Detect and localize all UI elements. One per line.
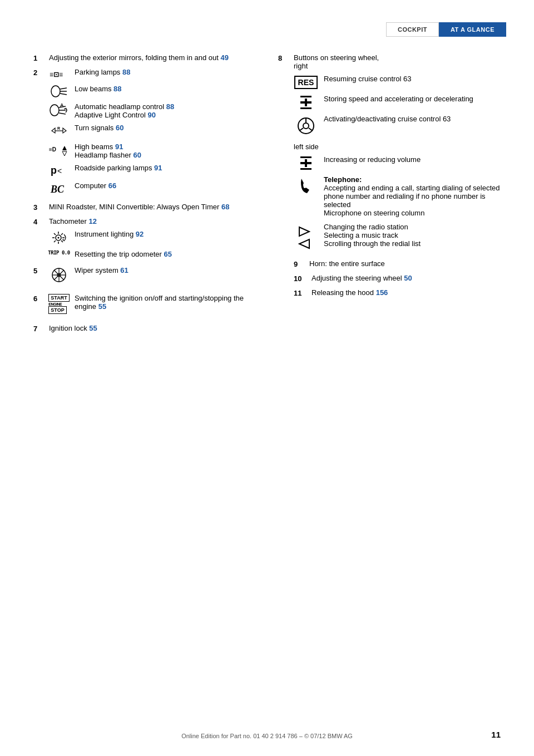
svg-point-44: [303, 123, 309, 129]
item-plusminus: Storing speed and accelerating or decele…: [294, 95, 501, 109]
item-1: 1 Adjusting the exterior mirrors, foldin…: [33, 53, 256, 62]
item-lowbeam: Low beams 88: [49, 85, 256, 98]
item-11: 11 Releasing the hood 156: [294, 288, 501, 297]
autoheadlamp-icon: A: [49, 102, 69, 118]
page-number: 11: [491, 730, 501, 739]
lowbeam-icon: [49, 85, 69, 98]
header-tabs: COCKPIT AT A GLANCE: [33, 22, 506, 37]
svg-line-29: [61, 233, 63, 235]
svg-point-5: [50, 105, 59, 116]
item-5-content: Wiper system 61: [49, 266, 256, 288]
item-11-content: Releasing the hood 156: [312, 288, 501, 297]
item-number-10: 10: [294, 274, 305, 283]
item-8: 8 Buttons on steering wheel,right RES Re…: [278, 53, 501, 303]
item-wiper: Wiper system 61: [49, 266, 256, 284]
item-4: 4 Tachometer 12: [33, 217, 256, 263]
item-number-11: 11: [294, 289, 305, 297]
cruise-icon: [294, 115, 318, 136]
svg-text:≡⊡≡: ≡⊡≡: [50, 71, 63, 78]
page-container: COCKPIT AT A GLANCE 1 Adjusting the exte…: [0, 0, 534, 756]
item-number-1: 1: [33, 54, 44, 62]
svg-marker-52: [299, 227, 309, 236]
svg-text:A: A: [60, 102, 64, 108]
cruise-label: Activating/deactivating cruise control 6…: [324, 115, 501, 123]
svg-rect-50: [300, 162, 312, 164]
startstop-icon: START ENGINE STOP: [49, 294, 69, 314]
svg-marker-11: [52, 128, 55, 133]
item-7: 7 Ignition lock 55: [33, 324, 256, 333]
tab-cockpit[interactable]: COCKPIT: [386, 22, 439, 37]
item-trip: TRIP 0.0 Resetting the trip odometer 65: [49, 250, 256, 258]
item-radio: Changing the radio station Selecting a m…: [294, 223, 501, 251]
item-volume: Increasing or reducing volume: [294, 155, 501, 170]
svg-rect-42: [300, 107, 312, 109]
item-number-8: 8: [278, 54, 289, 62]
svg-text:R: R: [57, 126, 60, 130]
startstop-label: Switching the ignition on/off and starti…: [75, 294, 256, 311]
svg-text:≡D: ≡D: [49, 146, 56, 153]
telephone-label: Telephone: Accepting and ending a call, …: [324, 175, 501, 217]
svg-marker-13: [63, 128, 66, 133]
item-2-content: ≡⊡≡ Parking lamps 88: [49, 68, 256, 200]
svg-line-27: [54, 233, 56, 235]
svg-text:<: <: [57, 166, 62, 175]
wiper-label: Wiper system 61: [75, 266, 128, 274]
highbeam-icon: ≡D: [49, 143, 69, 159]
item-3: 3 MINI Roadster, MINI Convertible: Alway…: [33, 203, 256, 212]
item-2: 2 ≡⊡≡ Parking lamps 88: [33, 68, 256, 200]
item-number-6: 6: [33, 294, 44, 303]
item-number-5: 5: [33, 267, 44, 275]
volume-label: Increasing or reducing volume: [324, 155, 501, 164]
footer: Online Edition for Part no. 01 40 2 914 …: [0, 733, 534, 739]
parking-icon-svg: ≡⊡≡: [49, 68, 68, 80]
content: 1 Adjusting the exterior mirrors, foldin…: [33, 53, 501, 338]
right-column: 8 Buttons on steering wheel,right RES Re…: [278, 53, 501, 338]
computer-label: Computer 66: [75, 181, 116, 190]
item-3-content: MINI Roadster, MINI Convertible: Always …: [49, 203, 256, 211]
item-cruise: Activating/deactivating cruise control 6…: [294, 115, 501, 136]
roadside-label: Roadside parking lamps 91: [75, 164, 162, 172]
item-5: 5: [33, 266, 256, 288]
svg-text:BC: BC: [50, 184, 65, 195]
svg-marker-53: [299, 239, 309, 248]
wiper-icon: [49, 266, 69, 284]
item-9: 9 Horn: the entire surface: [294, 259, 501, 268]
svg-marker-10: [64, 108, 66, 110]
item-res: RES Resuming cruise control 63: [294, 75, 501, 89]
left-side-label: left side: [294, 143, 501, 151]
item-8-content: Buttons on steering wheel,right RES Resu…: [294, 53, 501, 303]
lowbeam-label: Low beams 88: [75, 85, 122, 93]
svg-rect-39: [300, 96, 312, 97]
parking-lamps-icon: ≡⊡≡: [49, 68, 69, 80]
svg-rect-48: [300, 156, 312, 158]
item-computer: BC Computer 66: [49, 181, 256, 196]
item-instrument: Instrument lighting 92: [49, 230, 256, 246]
item-telephone: Telephone: Accepting and ending a call, …: [294, 175, 501, 217]
res-icon: RES: [294, 75, 318, 89]
svg-rect-41: [300, 101, 312, 104]
item-9-content: Horn: the entire surface: [309, 259, 501, 268]
svg-line-8: [59, 113, 66, 114]
volume-icon: [294, 155, 318, 170]
autoheadlamp-label: Automatic headlamp control 88 Adaptive L…: [75, 102, 174, 119]
item-roadside: p < Roadside parking lamps 91: [49, 164, 256, 177]
svg-line-30: [54, 240, 56, 242]
item-7-content: Ignition lock 55: [49, 324, 256, 332]
item-number-3: 3: [33, 203, 44, 212]
radio-label: Changing the radio station Selecting a m…: [324, 223, 501, 248]
item-10: 10 Adjusting the steering wheel 50: [294, 274, 501, 283]
item-6-content: START ENGINE STOP Switching the ignition…: [49, 294, 256, 318]
roadside-icon: p <: [49, 164, 69, 177]
tab-at-a-glance[interactable]: AT A GLANCE: [439, 22, 506, 37]
item-6: 6 START ENGINE STOP Switching the igniti…: [33, 294, 256, 318]
svg-point-31: [58, 237, 60, 239]
svg-line-47: [299, 128, 303, 131]
svg-marker-32: [62, 239, 64, 241]
items-9-11: 9 Horn: the entire surface 10 Adjusting …: [294, 259, 501, 297]
item-parking: ≡⊡≡ Parking lamps 88: [49, 68, 256, 80]
item-number-4: 4: [33, 218, 44, 226]
svg-marker-18: [62, 151, 67, 156]
svg-marker-17: [62, 146, 67, 150]
turnsignal-label: Turn signals 60: [75, 124, 123, 132]
computer-icon: BC: [49, 181, 69, 196]
